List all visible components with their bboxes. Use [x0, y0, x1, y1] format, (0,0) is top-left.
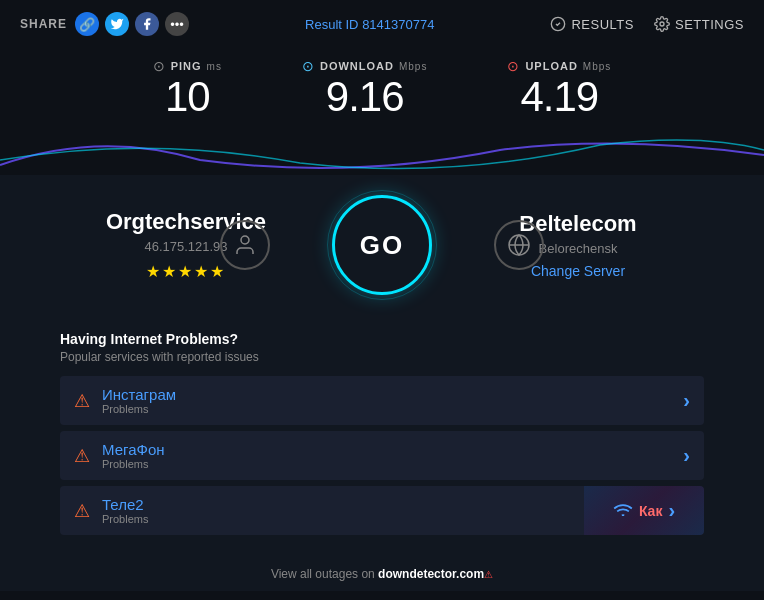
download-stat: ⊙ DOWNLOAD Mbps 9.16 [302, 58, 427, 120]
upload-icon: ⊙ [507, 58, 520, 74]
isp-left-name: Orgtechservice [40, 209, 332, 235]
footer-warning-icon: ⚠ [484, 569, 493, 580]
isp-right-name: Beltelecom [432, 211, 724, 237]
ping-icon: ⊙ [153, 58, 166, 74]
header: SHARE 🔗 ••• Result ID 8141370774 RESULTS… [0, 0, 764, 48]
main-area: Orgtechservice 46.175.121.93 ★★★★★ GO Be… [0, 175, 764, 315]
problem-item-megafon[interactable]: ⚠ МегаФон Problems › [60, 431, 704, 480]
change-server-link[interactable]: Change Server [531, 263, 625, 279]
problem-item-instagram[interactable]: ⚠ Инстаграм Problems › [60, 376, 704, 425]
problem-name-megafon: МегаФон [102, 441, 683, 458]
problem-name-instagram: Инстаграм [102, 386, 683, 403]
warning-icon-megafon: ⚠ [74, 445, 90, 467]
nav-right: RESULTS SETTINGS [550, 16, 744, 32]
upload-stat: ⊙ UPLOAD Mbps 4.19 [507, 58, 611, 120]
isp-right-city: Belorechensk [432, 241, 724, 256]
wave-svg [0, 125, 764, 175]
globe-icon [507, 233, 531, 257]
problems-section: Having Internet Problems? Popular servic… [0, 315, 764, 557]
chevron-right-instagram: › [683, 389, 690, 412]
problem-status-megafon: Problems [102, 458, 683, 470]
gear-icon [654, 16, 670, 32]
footer-text: View all outages on [271, 567, 378, 581]
problems-title: Having Internet Problems? [60, 331, 704, 347]
nav-results[interactable]: RESULTS [550, 16, 634, 32]
user-icon-circle [220, 220, 270, 270]
checkmark-icon [550, 16, 566, 32]
isp-stars: ★★★★★ [40, 262, 332, 281]
ping-stat: ⊙ PING ms 10 [153, 58, 222, 120]
wave-area [0, 125, 764, 175]
share-facebook-icon[interactable] [135, 12, 159, 36]
problem-info-instagram: Инстаграм Problems [102, 386, 683, 415]
problem-status-instagram: Problems [102, 403, 683, 415]
problem-item-tele2[interactable]: ⚠ Теле2 Problems › Как › [60, 486, 704, 535]
stats-row: ⊙ PING ms 10 ⊙ DOWNLOAD Mbps 9.16 ⊙ UPLO… [0, 48, 764, 125]
isp-left-ip: 46.175.121.93 [40, 239, 332, 254]
download-icon: ⊙ [302, 58, 315, 74]
warning-icon-instagram: ⚠ [74, 390, 90, 412]
download-value: 9.16 [302, 74, 427, 120]
share-icons: 🔗 ••• [75, 12, 189, 36]
share-section: SHARE 🔗 ••• [20, 12, 189, 36]
chevron-right-megafon: › [683, 444, 690, 467]
globe-icon-circle [494, 220, 544, 270]
svg-point-2 [241, 236, 249, 244]
share-label: SHARE [20, 17, 67, 31]
overlay-badge: Как › [584, 486, 704, 535]
svg-point-1 [660, 22, 664, 26]
footer-link[interactable]: downdetector.com [378, 567, 484, 581]
problems-subtitle: Popular services with reported issues [60, 350, 704, 364]
overlay-text: Как [639, 503, 663, 519]
ping-value: 10 [153, 74, 222, 120]
share-link-icon[interactable]: 🔗 [75, 12, 99, 36]
share-more-icon[interactable]: ••• [165, 12, 189, 36]
warning-icon-tele2: ⚠ [74, 500, 90, 522]
isp-right: Beltelecom Belorechensk Change Server [432, 211, 724, 280]
user-icon [233, 233, 257, 257]
share-twitter-icon[interactable] [105, 12, 129, 36]
isp-left: Orgtechservice 46.175.121.93 ★★★★★ [40, 209, 332, 281]
go-button[interactable]: GO [332, 195, 432, 295]
wifi-icon [613, 501, 633, 521]
nav-settings[interactable]: SETTINGS [654, 16, 744, 32]
problem-info-megafon: МегаФон Problems [102, 441, 683, 470]
footer: View all outages on downdetector.com⚠ [0, 557, 764, 591]
go-button-wrap: GO [332, 195, 432, 295]
chevron-right-overlay: › [668, 499, 675, 522]
upload-value: 4.19 [507, 74, 611, 120]
result-id: Result ID 8141370774 [305, 17, 434, 32]
